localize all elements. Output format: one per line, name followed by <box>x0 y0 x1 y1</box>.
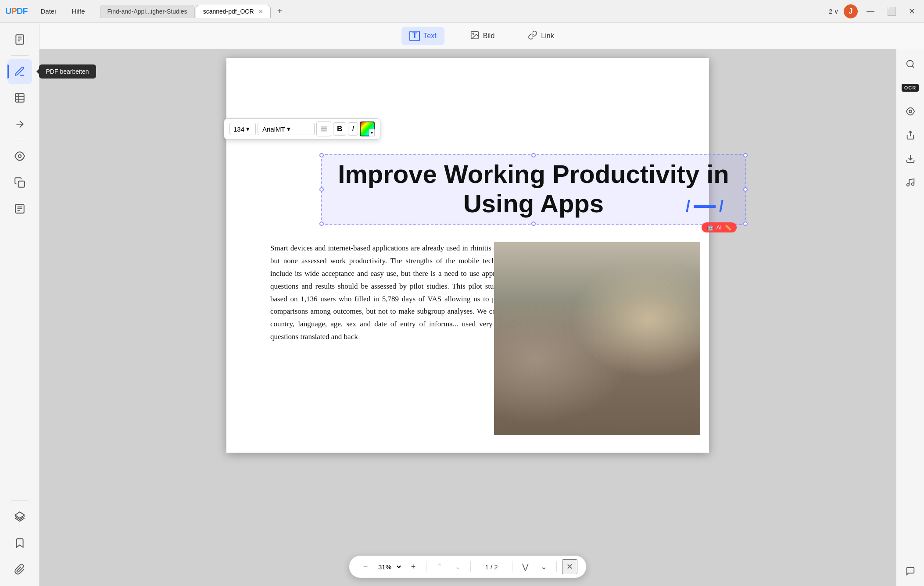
zoom-in-button[interactable]: + <box>406 559 421 574</box>
menu-hilfe[interactable]: Hilfe <box>66 6 91 17</box>
zoom-out-button[interactable]: − <box>358 559 373 574</box>
svg-point-20 <box>906 61 913 67</box>
text-selection-box[interactable]: Improve Working Productivity in Using Ap… <box>321 154 746 225</box>
tab-label: Find-and-Appl...igher-Studies <box>107 8 187 15</box>
pdf-page: Improve Working Productivity in Using Ap… <box>226 58 709 453</box>
export-right-icon[interactable] <box>900 148 921 169</box>
font-size-selector[interactable]: 134 ▾ <box>229 123 256 135</box>
link-icon <box>528 30 537 42</box>
tab-close-icon[interactable]: ✕ <box>258 8 263 15</box>
italic-button[interactable]: I <box>348 122 358 136</box>
bottom-navigation: − 31% 50% 75% 100% + ⌃ ⌄ <box>349 555 587 578</box>
sidebar-item-stamp[interactable] <box>7 197 32 221</box>
ocr-right-button[interactable]: OCR <box>900 77 921 98</box>
zoom-level-display: 31% 50% 75% 100% <box>376 563 402 571</box>
sidebar-divider3 <box>11 500 29 501</box>
sidebar-item-copy[interactable] <box>7 170 32 195</box>
sidebar-item-attachments[interactable] <box>7 557 32 582</box>
svg-point-16 <box>473 33 474 34</box>
sidebar-item-table[interactable] <box>7 86 32 110</box>
sidebar-item-recognize[interactable] <box>7 144 32 168</box>
scroll-up-button[interactable]: ⌃ <box>432 559 447 574</box>
font-size-value: 134 <box>233 125 244 133</box>
link-tool-button[interactable]: Link <box>520 27 562 45</box>
image-icon <box>470 30 480 42</box>
text-icon: T <box>409 31 420 41</box>
sidebar-item-layers[interactable] <box>7 504 32 529</box>
resize-handle-mr[interactable] <box>743 187 748 192</box>
tab-add-button[interactable]: + <box>273 5 287 18</box>
app-logo: UPDF <box>5 6 27 16</box>
pdf-body-text: Smart devices and internet-based applica… <box>270 242 516 343</box>
menu-datei[interactable]: Datei <box>34 6 62 17</box>
audio-right-icon[interactable] <box>900 172 921 193</box>
svg-line-21 <box>912 66 914 68</box>
share-right-icon[interactable] <box>900 125 921 146</box>
svg-point-26 <box>911 183 914 186</box>
ai-icon: 🤖 <box>707 224 714 231</box>
font-name-selector[interactable]: ArialMT ▾ <box>258 123 315 135</box>
bold-button[interactable]: B <box>333 122 346 136</box>
sidebar-bottom <box>7 499 32 582</box>
pdf-area: 134 ▾ ArialMT ▾ B I ▾ <box>39 49 896 586</box>
nav-close-button[interactable]: ✕ <box>562 559 577 574</box>
sidebar-item-convert[interactable] <box>7 112 32 136</box>
svg-point-8 <box>18 155 21 158</box>
font-dropdown-icon: ▾ <box>287 125 290 133</box>
image-label: Bild <box>483 32 495 40</box>
prev-page-button[interactable]: ⋁ <box>518 559 533 574</box>
resize-handle-bl[interactable] <box>319 222 324 226</box>
tab-label: scanned-pdf_OCR <box>203 8 254 15</box>
resize-handle-bm[interactable] <box>531 222 536 226</box>
svg-rect-4 <box>15 93 24 102</box>
nav-divider <box>426 561 426 572</box>
sidebar-item-bookmarks[interactable] <box>7 531 32 555</box>
content-area: T Text Bild Link <box>39 23 924 586</box>
tab-scanned-pdf[interactable]: scanned-pdf_OCR ✕ <box>196 5 271 18</box>
minimize-button[interactable]: — <box>863 6 878 17</box>
titlebar: UPDF Datei Hilfe Find-and-Appl...igher-S… <box>0 0 924 23</box>
color-picker-button[interactable]: ▾ <box>360 121 375 136</box>
close-button[interactable]: ✕ <box>905 6 919 17</box>
zoom-select[interactable]: 31% 50% 75% 100% <box>376 563 402 571</box>
ocr-badge-label: OCR <box>902 84 919 92</box>
tab-find-and-appl[interactable]: Find-and-Appl...igher-Studies <box>100 5 195 18</box>
text-label: Text <box>423 32 436 40</box>
next-page-button[interactable]: ⌄ <box>536 559 551 574</box>
user-avatar[interactable]: J <box>844 4 858 18</box>
image-tool-button[interactable]: Bild <box>462 27 503 45</box>
link-label: Link <box>541 32 554 40</box>
chat-right-icon[interactable] <box>900 561 921 582</box>
page-display: 1 / 2 <box>476 563 507 571</box>
nav-divider2 <box>470 561 471 572</box>
title-right: 2 ∨ J — ⬜ ✕ <box>829 4 919 18</box>
color-dropdown-icon[interactable]: ▾ <box>369 129 375 136</box>
resize-handle-br[interactable] <box>743 222 748 226</box>
pdf-heading[interactable]: Improve Working Productivity in Using Ap… <box>330 160 737 218</box>
sidebar-item-pages[interactable] <box>7 27 32 52</box>
resize-handle-tm[interactable] <box>531 153 536 157</box>
nav-divider4 <box>556 561 557 572</box>
sidebar-divider2 <box>11 140 29 140</box>
left-sidebar: PDF bearbeiten <box>0 23 39 586</box>
text-tool-button[interactable]: T Text <box>401 27 444 45</box>
svg-point-25 <box>906 184 909 186</box>
search-right-icon[interactable] <box>900 54 921 75</box>
maximize-button[interactable]: ⬜ <box>883 6 900 17</box>
photo-placeholder <box>494 242 700 435</box>
sidebar-divider <box>11 55 29 56</box>
svg-rect-9 <box>18 181 24 187</box>
scroll-down-button[interactable]: ⌄ <box>450 559 465 574</box>
ai-badge[interactable]: 🤖 AI ✏️ <box>702 222 737 232</box>
pdf-photo <box>494 242 700 435</box>
recognize-right-icon[interactable] <box>900 101 921 122</box>
nav-divider3 <box>512 561 512 572</box>
svg-rect-0 <box>16 35 23 44</box>
resize-handle-tr[interactable] <box>743 153 748 157</box>
align-button[interactable] <box>316 121 331 136</box>
resize-handle-ml[interactable] <box>319 187 324 192</box>
resize-handle-tl[interactable] <box>319 153 324 157</box>
font-name-value: ArialMT <box>262 125 285 133</box>
page-indicator: 2 ∨ <box>829 8 838 15</box>
sidebar-item-edit[interactable]: PDF bearbeiten <box>7 59 32 84</box>
